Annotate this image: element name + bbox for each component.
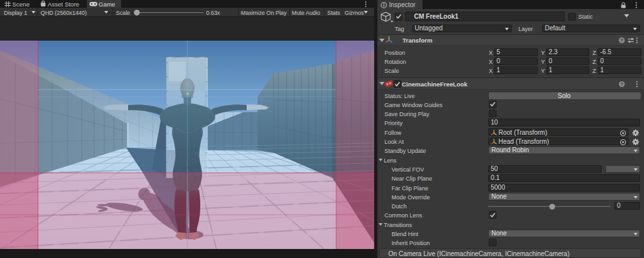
svg-text:?: ? — [620, 81, 623, 87]
svg-text:?: ? — [620, 37, 623, 43]
